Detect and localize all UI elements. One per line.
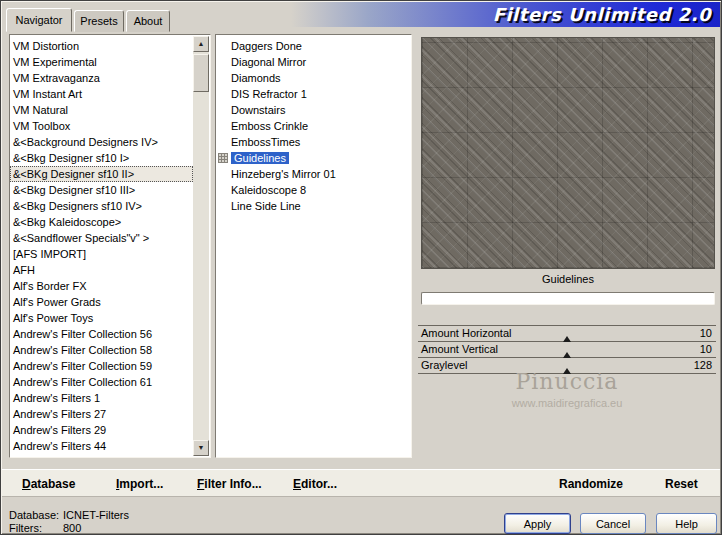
filter-item-label: DIS Refractor 1 <box>231 88 307 100</box>
navigator-item[interactable]: [AFS IMPORT] <box>10 246 193 262</box>
status-database-label: Database: <box>9 509 63 521</box>
watermark-site: www.maidiregrafica.eu <box>418 397 716 409</box>
randomize-button[interactable]: Randomize <box>559 477 623 491</box>
navigator-item[interactable]: Andrew's Filters 51 <box>10 454 193 457</box>
filters-unlimited-window: Navigator Presets About Filters Unlimite… <box>0 0 722 535</box>
navigator-item[interactable]: AFH <box>10 262 193 278</box>
navigator-item[interactable]: Andrew's Filters 29 <box>10 422 193 438</box>
status-filters-value: 800 <box>63 522 81 534</box>
navigator-list-items: VM DistortionVM ExperimentalVM Extravaga… <box>10 38 193 457</box>
navigator-item[interactable]: Andrew's Filter Collection 61 <box>10 374 193 390</box>
param-value: 10 <box>700 326 712 341</box>
navigator-item[interactable]: Andrew's Filter Collection 58 <box>10 342 193 358</box>
filter-item-label: EmbossTimes <box>231 136 300 148</box>
param-label: Amount Horizontal <box>421 326 512 341</box>
filter-item-label: Line Side Line <box>231 200 301 212</box>
filter-item[interactable]: Diagonal Mirror <box>216 54 411 70</box>
navigator-item[interactable]: &<Background Designers IV> <box>10 134 193 150</box>
help-button[interactable]: Help <box>656 513 717 534</box>
status-database: Database:ICNET-Filters <box>9 509 129 521</box>
filter-item-label: Emboss Crinkle <box>231 120 308 132</box>
param-row: Amount Vertical10 <box>418 342 716 358</box>
navigator-item[interactable]: Andrew's Filters 44 <box>10 438 193 454</box>
param-list: Amount Horizontal10Amount Vertical10Gray… <box>418 325 716 374</box>
filter-item-label: Kaleidoscope 8 <box>231 184 306 196</box>
app-title: Filters Unlimited 2.0 <box>493 4 711 25</box>
drag-handle-icon <box>218 153 228 163</box>
navigator-item[interactable]: &<Sandflower Specials"v" > <box>10 230 193 246</box>
navigator-item[interactable]: Alf's Power Toys <box>10 310 193 326</box>
navigator-item[interactable]: VM Instant Art <box>10 86 193 102</box>
filter-item-label: Diagonal Mirror <box>231 56 306 68</box>
filter-item[interactable]: Hinzeberg's Mirror 01 <box>216 166 411 182</box>
filter-item[interactable]: EmbossTimes <box>216 134 411 150</box>
preview-caption: Guidelines <box>421 273 715 289</box>
navigator-item[interactable]: &<BKg Designer sf10 II> <box>10 166 193 182</box>
navigator-item[interactable]: &<Bkg Kaleidoscope> <box>10 214 193 230</box>
title-banner: Filters Unlimited 2.0 <box>291 2 720 27</box>
filter-item[interactable]: DIS Refractor 1 <box>216 86 411 102</box>
param-value: 128 <box>694 358 712 373</box>
navigator-item[interactable]: &<Bkg Designers sf10 IV> <box>10 198 193 214</box>
navigator-item[interactable]: VM Natural <box>10 102 193 118</box>
tab-navigator[interactable]: Navigator <box>6 8 72 32</box>
status-database-value: ICNET-Filters <box>63 509 129 521</box>
database-button[interactable]: Database <box>22 477 75 491</box>
scroll-down-icon[interactable]: ▼ <box>193 440 209 456</box>
filter-item[interactable]: Emboss Crinkle <box>216 118 411 134</box>
navigator-item[interactable]: VM Experimental <box>10 54 193 70</box>
navigator-item[interactable]: &<Bkg Designer sf10 III> <box>10 182 193 198</box>
editor-button[interactable]: Editor... <box>293 477 337 491</box>
param-value: 10 <box>700 342 712 357</box>
preview-image[interactable] <box>421 37 715 269</box>
navigator-item[interactable]: &<Bkg Designer sf10 I> <box>10 150 193 166</box>
param-label: Amount Vertical <box>421 342 498 357</box>
filter-item[interactable]: Kaleidoscope 8 <box>216 182 411 198</box>
scroll-up-icon[interactable]: ▲ <box>193 36 209 52</box>
filter-item-label: Daggers Done <box>231 40 302 52</box>
navigator-item[interactable]: Andrew's Filters 27 <box>10 406 193 422</box>
filter-item[interactable]: Guidelines <box>216 150 411 166</box>
navigator-item[interactable]: Alf's Border FX <box>10 278 193 294</box>
tab-presets[interactable]: Presets <box>74 10 124 32</box>
filter-list: Daggers DoneDiagonal MirrorDiamondsDIS R… <box>215 34 412 458</box>
param-row: Graylevel128 <box>418 358 716 374</box>
filter-item[interactable]: Diamonds <box>216 70 411 86</box>
navigator-item[interactable]: VM Toolbox <box>10 118 193 134</box>
filter-item-label: Downstairs <box>231 104 285 116</box>
navigator-scrollbar[interactable]: ▲ ▼ <box>193 36 209 456</box>
navigator-item[interactable]: Andrew's Filter Collection 59 <box>10 358 193 374</box>
apply-button[interactable]: Apply <box>504 513 571 534</box>
toolbar: Database Import... Filter Info... Editor… <box>2 469 720 497</box>
navigator-list: VM DistortionVM ExperimentalVM Extravaga… <box>9 34 211 458</box>
filter-item-label: Hinzeberg's Mirror 01 <box>231 168 336 180</box>
status-filters-label: Filters: <box>9 522 63 534</box>
navigator-item[interactable]: Andrew's Filters 1 <box>10 390 193 406</box>
filter-item-label: Diamonds <box>231 72 281 84</box>
filter-item[interactable]: Daggers Done <box>216 38 411 54</box>
filter-item[interactable]: Line Side Line <box>216 198 411 214</box>
slider-thumb-icon[interactable] <box>563 352 571 358</box>
cancel-button[interactable]: Cancel <box>580 513 646 534</box>
navigator-item[interactable]: VM Distortion <box>10 38 193 54</box>
slider-thumb-icon[interactable] <box>563 336 571 342</box>
param-row: Amount Horizontal10 <box>418 326 716 342</box>
param-label: Graylevel <box>421 358 467 373</box>
filter-info-button[interactable]: Filter Info... <box>197 477 262 491</box>
import-button[interactable]: Import... <box>116 477 163 491</box>
slider-thumb-icon[interactable] <box>563 368 571 374</box>
navigator-item[interactable]: VM Extravaganza <box>10 70 193 86</box>
reset-button[interactable]: Reset <box>665 477 698 491</box>
navigator-item[interactable]: Andrew's Filter Collection 56 <box>10 326 193 342</box>
status-filters: Filters:800 <box>9 522 81 534</box>
tab-about[interactable]: About <box>126 10 170 32</box>
filter-item[interactable]: Downstairs <box>216 102 411 118</box>
scrollbar-thumb[interactable] <box>193 54 209 92</box>
preview-progress-bar <box>421 292 715 305</box>
filter-item-label: Guidelines <box>231 152 289 164</box>
navigator-item[interactable]: Alf's Power Grads <box>10 294 193 310</box>
